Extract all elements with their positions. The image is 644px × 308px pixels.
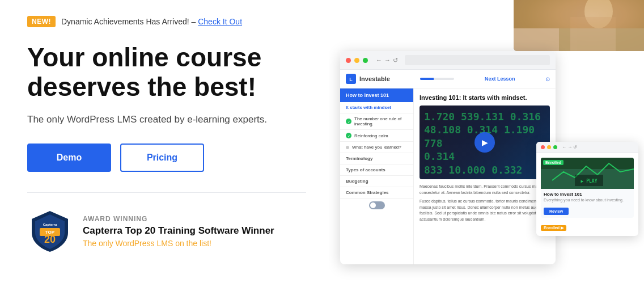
- lms-sidebar-item-3[interactable]: What have you learned?: [340, 142, 413, 153]
- enrolled-badge-img: Enrolled: [543, 160, 564, 165]
- next-lesson-arrow[interactable]: ⊙: [545, 76, 550, 82]
- progress-bar: [420, 78, 454, 80]
- browser-mockup-course-card: ← → ↺ ▶ PLAY Enrolled: [536, 142, 638, 236]
- small-browser-maximize: [553, 145, 557, 149]
- lms-section-budgeting[interactable]: Budgeting: [340, 176, 413, 187]
- svg-text:L: L: [349, 77, 353, 82]
- browser-mockup-main: ← → ↺ L Investable Next Less: [340, 51, 556, 264]
- browser-maximize-dot: [363, 58, 368, 63]
- browser-bar: ← → ↺: [340, 51, 556, 70]
- svg-text:▶ PLAY: ▶ PLAY: [581, 179, 598, 184]
- lms-section-strategies[interactable]: Common Strategies: [340, 187, 413, 199]
- next-lesson-link[interactable]: Next Lesson: [485, 76, 515, 82]
- course-card-container: ▶ PLAY Enrolled How to Invest 101 Everyt…: [536, 153, 638, 236]
- browser-bar-2: ← → ↺: [536, 142, 638, 153]
- enrolled-label: Enrolled ▶: [541, 221, 634, 231]
- demo-button[interactable]: Demo: [27, 144, 111, 172]
- award-text: AWARD WINNING Capterra Top 20 Training S…: [83, 215, 274, 248]
- lesson-2-label: Reinforcing calm: [354, 133, 388, 138]
- award-section: Capterra TOP 20 AWARD WINNING Capterra T…: [27, 209, 306, 254]
- hero-heading: Your online course deserves the best!: [27, 43, 306, 102]
- lms-brand-name: Investable: [359, 75, 390, 82]
- lesson-3-label: What have you learned?: [352, 145, 401, 150]
- lms-logo-icon: L: [346, 74, 356, 84]
- cta-buttons: Demo Pricing: [27, 144, 306, 172]
- browser-refresh-icon[interactable]: ↺: [393, 57, 398, 64]
- browser-minimize-dot: [354, 58, 359, 63]
- check-icon-2: ✓: [346, 133, 351, 138]
- announcement-text: Dynamic Achievements Has Arrived! – Chec…: [61, 17, 242, 26]
- bullet-icon-3: [346, 146, 349, 149]
- lms-top-bar: L Investable Next Lesson ⊙: [340, 70, 556, 88]
- video-play-button[interactable]: ▶: [474, 132, 495, 153]
- browser-back-icon[interactable]: ←: [376, 57, 382, 64]
- lms-sidebar-item-current[interactable]: It starts with mindset: [340, 102, 413, 113]
- left-content: NEW! Dynamic Achievements Has Arrived! –…: [0, 0, 329, 308]
- lms-layout: How to invest 101 It starts with mindset…: [340, 88, 556, 264]
- right-content: ← → ↺ L Investable Next Less: [329, 0, 644, 308]
- toggle-switch[interactable]: [369, 201, 385, 209]
- course-card: ▶ PLAY Enrolled How to Invest 101 Everyt…: [541, 158, 634, 218]
- capterra-badge: Capterra TOP 20: [27, 209, 73, 254]
- lms-sidebar-item-2[interactable]: ✓ Reinforcing calm: [340, 130, 413, 142]
- small-browser-minimize: [547, 145, 551, 149]
- course-card-title: How to Invest 101: [544, 192, 631, 197]
- lms-lesson-title: Investing 101: It starts with mindset.: [420, 94, 550, 101]
- lms-toggle-area: [340, 199, 413, 212]
- award-sub: The only WordPress LMS on the list!: [83, 239, 274, 248]
- lesson-1-label: The number one rule of investing.: [354, 116, 408, 126]
- hero-subtitle: The only WordPress LMS created by e-lear…: [27, 114, 306, 125]
- lms-body-text-2: Fusce dapibus, tellus ac cursus commodo,…: [420, 199, 550, 222]
- lms-section-terminology[interactable]: Terminology: [340, 153, 413, 164]
- check-icon-1: ✓: [346, 119, 351, 124]
- small-browser-nav: ← → ↺: [562, 145, 577, 150]
- lms-main-content: Investing 101: It starts with mindset. 1…: [414, 88, 556, 264]
- progress-fill: [420, 78, 434, 80]
- course-card-image: ▶ PLAY Enrolled: [541, 158, 634, 189]
- small-browser-close: [541, 145, 545, 149]
- course-card-body: How to Invest 101 Everything you need to…: [541, 189, 634, 218]
- lms-sidebar: How to invest 101 It starts with mindset…: [340, 88, 414, 264]
- browser-close-dot: [346, 58, 351, 63]
- browser-url-bar[interactable]: [405, 55, 550, 65]
- svg-rect-7: [570, 17, 616, 51]
- course-card-subtitle: Everything you need to know about invest…: [544, 198, 631, 202]
- new-badge: NEW!: [27, 16, 56, 27]
- announcement-bar: NEW! Dynamic Achievements Has Arrived! –…: [27, 16, 306, 27]
- current-lesson-label: It starts with mindset: [346, 105, 391, 110]
- lms-video-player[interactable]: 1.720 539.131 0.316 48.108 0.314 1.190 7…: [420, 106, 550, 179]
- lms-section-types[interactable]: Types of accounts: [340, 164, 413, 176]
- lms-course-title: How to invest 101: [340, 88, 413, 102]
- svg-text:20: 20: [44, 234, 56, 245]
- review-button[interactable]: Review: [544, 208, 569, 215]
- divider: [27, 192, 306, 193]
- lms-body-text: Maecenas faucibus mollis interdum. Praes…: [420, 184, 550, 196]
- lms-logo-area: L Investable: [346, 74, 390, 84]
- browser-forward-icon[interactable]: →: [384, 57, 391, 64]
- svg-text:Capterra: Capterra: [43, 223, 57, 226]
- award-label: AWARD WINNING: [83, 215, 274, 223]
- top-right-photo: [514, 0, 644, 51]
- announcement-link[interactable]: Check It Out: [198, 17, 242, 26]
- pricing-button[interactable]: Pricing: [120, 144, 204, 172]
- browser-navigation: ← → ↺: [376, 57, 398, 64]
- award-title: Capterra Top 20 Training Software Winner: [83, 225, 274, 237]
- photo-gradient: [514, 0, 644, 51]
- enrolled-status-badge: Enrolled ▶: [541, 225, 566, 231]
- lms-sidebar-item-1[interactable]: ✓ The number one rule of investing.: [340, 113, 413, 130]
